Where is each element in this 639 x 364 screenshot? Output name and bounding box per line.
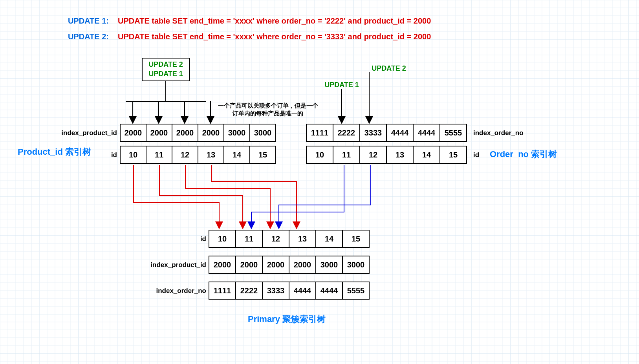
left-update-box-line1: UPDATE 2 (148, 60, 183, 68)
left-index-table: 200020002000200030003000101112131415 (120, 124, 276, 163)
prim-r3-text-4: 4444 (320, 286, 338, 295)
left-r1-text-1: 2000 (150, 128, 168, 137)
left-tree-title: Product_id 索引树 (18, 147, 91, 157)
prim-r1-text-1: 11 (245, 234, 253, 243)
right-update1-label: UPDATE 1 (324, 81, 359, 89)
left-row1-label: index_product_id (61, 129, 117, 137)
prim-r2-text-4: 3000 (320, 260, 338, 269)
note-line2: 订单内的每种产品是唯一的 (232, 110, 303, 117)
right-r2-text-4: 14 (422, 150, 431, 159)
right-update2-label: UPDATE 2 (372, 64, 406, 72)
right-row2-label: id (473, 151, 479, 159)
right-tree-title: Order_no 索引树 (490, 149, 557, 159)
left-r2-text-0: 10 (129, 150, 137, 159)
right-r1-text-2: 3333 (364, 128, 382, 137)
left-r2-text-2: 12 (181, 150, 189, 159)
left-r1-text-3: 2000 (202, 128, 220, 137)
left-r2-text-5: 15 (258, 150, 267, 159)
prim-r1-text-4: 14 (325, 234, 334, 243)
prim-r2-text-5: 3000 (347, 260, 365, 269)
prim-r3-text-1: 2222 (240, 286, 258, 295)
left-r2-text-4: 14 (233, 150, 242, 159)
left-r2-text-3: 13 (207, 150, 215, 159)
right-row1-label: index_order_no (473, 129, 524, 137)
right-r2-text-0: 10 (315, 150, 324, 159)
note-line1: 一个产品可以关联多个订单，但是一个 (218, 102, 319, 109)
primary-row2-label: index_product_id (150, 261, 206, 269)
update1-label: UPDATE 1: (68, 16, 109, 25)
prim-r3-text-2: 3333 (267, 286, 285, 295)
prim-r2-text-2: 2000 (267, 260, 285, 269)
right-r1-text-4: 4444 (418, 128, 436, 137)
update2-sql: UPDATE table SET end_time = 'xxxx' where… (118, 32, 431, 41)
primary-tree-title: Primary 聚簇索引树 (248, 314, 326, 324)
right-r2-text-5: 15 (449, 150, 458, 159)
right-r2-text-2: 12 (369, 150, 377, 159)
left-r1-text-0: 2000 (125, 128, 142, 137)
prim-r2-text-3: 2000 (294, 260, 311, 269)
right-index-table: 111122223333444444445555101112131415 (306, 124, 467, 163)
prim-r2-text-1: 2000 (240, 260, 258, 269)
prim-r1-text-3: 13 (298, 234, 307, 243)
primary-table: 1011121314152000200020002000300030001111… (209, 230, 369, 299)
prim-r3-text-3: 4444 (294, 286, 311, 295)
left-r1-text-5: 3000 (254, 128, 272, 137)
primary-row1-label: id (200, 235, 206, 243)
left-r2-text-1: 11 (155, 150, 163, 159)
prim-r1-text-2: 12 (271, 234, 280, 243)
left-row2-label: id (111, 151, 117, 159)
right-r1-text-3: 4444 (391, 128, 409, 137)
right-r1-text-1: 2222 (338, 128, 355, 137)
grid-background (0, 0, 639, 364)
prim-r1-text-5: 15 (352, 234, 360, 243)
right-r1-text-0: 1111 (311, 128, 329, 137)
prim-r3-text-5: 5555 (347, 286, 365, 295)
primary-row3-label: index_order_no (156, 287, 206, 294)
update2-label: UPDATE 2: (68, 32, 109, 41)
update1-sql: UPDATE table SET end_time = 'xxxx' where… (118, 16, 431, 25)
prim-r3-text-0: 1111 (214, 286, 231, 295)
right-r2-text-3: 13 (395, 150, 404, 159)
prim-r2-text-0: 2000 (214, 260, 231, 269)
left-r1-text-4: 3000 (228, 128, 246, 137)
right-r1-text-5: 5555 (445, 128, 462, 137)
prim-r1-text-0: 10 (218, 234, 227, 243)
right-r2-text-1: 11 (342, 150, 351, 159)
left-r1-text-2: 2000 (176, 128, 194, 137)
left-update-box-line2: UPDATE 1 (148, 70, 183, 78)
